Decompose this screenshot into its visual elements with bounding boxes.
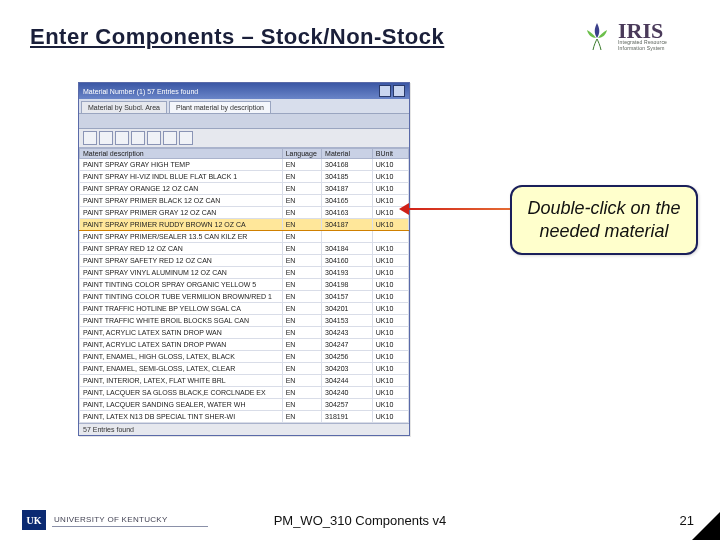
table-row[interactable]: PAINT SPRAY GRAY HIGH TEMPEN304168UK10: [80, 159, 409, 171]
table-cell: UK10: [372, 375, 408, 387]
table-cell: PAINT, LATEX N13 DB SPECIAL TINT SHER-WI: [80, 411, 283, 423]
status-bar: 57 Entries found: [79, 423, 409, 435]
table-cell: PAINT SPRAY GRAY HIGH TEMP: [80, 159, 283, 171]
table-cell: UK10: [372, 159, 408, 171]
logo-sub-text: Integrated Resource Information System: [618, 39, 690, 51]
table-cell: EN: [282, 291, 321, 303]
table-row[interactable]: PAINT SPRAY PRIMER GRAY 12 OZ CANEN30416…: [80, 207, 409, 219]
table-cell: UK10: [372, 411, 408, 423]
toolbar-button[interactable]: [99, 131, 113, 145]
col-header-bunit[interactable]: BUnit: [372, 149, 408, 159]
table-cell: PAINT SPRAY ORANGE 12 OZ CAN: [80, 183, 283, 195]
table-row[interactable]: PAINT SPRAY PRIMER BLACK 12 OZ CANEN3041…: [80, 195, 409, 207]
table-row[interactable]: PAINT, ACRYLIC LATEX SATIN DROP PWANEN30…: [80, 339, 409, 351]
col-header-material[interactable]: Material: [322, 149, 373, 159]
table-cell: EN: [282, 267, 321, 279]
table-cell: 304165: [322, 195, 373, 207]
table-row[interactable]: PAINT SPRAY SAFETY RED 12 OZ CANEN304160…: [80, 255, 409, 267]
table-row[interactable]: PAINT TINTING COLOR SPRAY ORGANIC YELLOW…: [80, 279, 409, 291]
tab-material-by-subcl[interactable]: Material by Subcl. Area: [81, 101, 167, 113]
toolbar-button[interactable]: [147, 131, 161, 145]
logo-brand-text: IRIS: [618, 23, 690, 39]
table-cell: UK10: [372, 315, 408, 327]
table-cell: UK10: [372, 243, 408, 255]
table-cell: UK10: [372, 291, 408, 303]
table-row[interactable]: PAINT, LACQUER SA GLOSS BLACK,E CORCLNAD…: [80, 387, 409, 399]
table-cell: EN: [282, 327, 321, 339]
table-row[interactable]: PAINT, INTERIOR, LATEX, FLAT WHITE BRLEN…: [80, 375, 409, 387]
callout-arrow-head: [399, 203, 409, 215]
table-cell: UK10: [372, 279, 408, 291]
table-row[interactable]: PAINT SPRAY VINYL ALUMINUM 12 OZ CANEN30…: [80, 267, 409, 279]
table-cell: 304153: [322, 315, 373, 327]
table-cell: 304187: [322, 219, 373, 231]
table-row[interactable]: PAINT TRAFFIC WHITE BROIL BLOCKS SGAL CA…: [80, 315, 409, 327]
toolbar-button[interactable]: [83, 131, 97, 145]
table-cell: 304198: [322, 279, 373, 291]
table-cell: UK10: [372, 267, 408, 279]
table-cell: UK10: [372, 339, 408, 351]
table-cell: PAINT, LACQUER SA GLOSS BLACK,E CORCLNAD…: [80, 387, 283, 399]
toolbar-button[interactable]: [115, 131, 129, 145]
table-cell: EN: [282, 387, 321, 399]
table-row[interactable]: PAINT, ACRYLIC LATEX SATIN DROP WANEN304…: [80, 327, 409, 339]
table-cell: PAINT, ACRYLIC LATEX SATIN DROP WAN: [80, 327, 283, 339]
table-cell: [322, 231, 373, 243]
iris-logo: IRIS Integrated Resource Information Sys…: [580, 12, 690, 62]
table-row[interactable]: PAINT, LATEX N13 DB SPECIAL TINT SHER-WI…: [80, 411, 409, 423]
instruction-callout: Double-click on the needed material: [510, 185, 698, 255]
corner-decoration: [692, 512, 720, 540]
table-cell: EN: [282, 279, 321, 291]
table-row[interactable]: PAINT SPRAY RED 12 OZ CANEN304184UK10: [80, 243, 409, 255]
table-cell: 304185: [322, 171, 373, 183]
table-row[interactable]: PAINT TINTING COLOR TUBE VERMILION BROWN…: [80, 291, 409, 303]
toolbar-button[interactable]: [131, 131, 145, 145]
window-control-icon[interactable]: [379, 85, 391, 97]
table-cell: UK10: [372, 387, 408, 399]
table-cell: [372, 231, 408, 243]
table-cell: PAINT TRAFFIC HOTLINE BP YELLOW SGAL CA: [80, 303, 283, 315]
col-header-description[interactable]: Material description: [80, 149, 283, 159]
table-cell: EN: [282, 351, 321, 363]
tab-strip: Material by Subcl. Area Plant material b…: [79, 99, 409, 113]
table-cell: PAINT SPRAY SAFETY RED 12 OZ CAN: [80, 255, 283, 267]
table-cell: UK10: [372, 363, 408, 375]
table-cell: EN: [282, 411, 321, 423]
table-cell: EN: [282, 315, 321, 327]
table-cell: 304243: [322, 327, 373, 339]
table-row[interactable]: PAINT, LACQUER SANDING SEALER, WATER WHE…: [80, 399, 409, 411]
footer-center-text: PM_WO_310 Components v4: [0, 513, 720, 528]
table-cell: EN: [282, 219, 321, 231]
table-cell: 304203: [322, 363, 373, 375]
table-cell: UK10: [372, 351, 408, 363]
table-cell: UK10: [372, 171, 408, 183]
table-cell: PAINT SPRAY RED 12 OZ CAN: [80, 243, 283, 255]
window-title-text: Material Number (1) 57 Entries found: [83, 88, 198, 95]
table-row[interactable]: PAINT SPRAY PRIMER/SEALER 13.5 CAN KILZ …: [80, 231, 409, 243]
toolbar-button[interactable]: [163, 131, 177, 145]
toolbar-button[interactable]: [179, 131, 193, 145]
table-cell: PAINT TRAFFIC WHITE BROIL BLOCKS SGAL CA…: [80, 315, 283, 327]
table-cell: PAINT TINTING COLOR TUBE VERMILION BROWN…: [80, 291, 283, 303]
table-row[interactable]: PAINT, ENAMEL, SEMI-GLOSS, LATEX, CLEARE…: [80, 363, 409, 375]
table-cell: PAINT SPRAY PRIMER BLACK 12 OZ CAN: [80, 195, 283, 207]
table-cell: UK10: [372, 327, 408, 339]
table-row[interactable]: PAINT SPRAY PRIMER RUDDY BROWN 12 OZ CAE…: [80, 219, 409, 231]
table-cell: EN: [282, 363, 321, 375]
table-row[interactable]: PAINT SPRAY ORANGE 12 OZ CANEN304187UK10: [80, 183, 409, 195]
table-row[interactable]: PAINT SPRAY HI-VIZ INDL BLUE FLAT BLACK …: [80, 171, 409, 183]
table-cell: PAINT SPRAY PRIMER RUDDY BROWN 12 OZ CA: [80, 219, 283, 231]
sap-material-popup: Material Number (1) 57 Entries found Mat…: [78, 82, 410, 436]
material-table: Material description Language Material B…: [79, 148, 409, 423]
table-cell: 304163: [322, 207, 373, 219]
tab-plant-material-by-description[interactable]: Plant material by description: [169, 101, 271, 113]
table-row[interactable]: PAINT TRAFFIC HOTLINE BP YELLOW SGAL CAE…: [80, 303, 409, 315]
window-control-icon[interactable]: [393, 85, 405, 97]
window-titlebar: Material Number (1) 57 Entries found: [79, 83, 409, 99]
table-row[interactable]: PAINT, ENAMEL, HIGH GLOSS, LATEX, BLACKE…: [80, 351, 409, 363]
table-cell: PAINT, LACQUER SANDING SEALER, WATER WH: [80, 399, 283, 411]
table-cell: 304240: [322, 387, 373, 399]
col-header-language[interactable]: Language: [282, 149, 321, 159]
table-cell: EN: [282, 231, 321, 243]
table-cell: UK10: [372, 255, 408, 267]
